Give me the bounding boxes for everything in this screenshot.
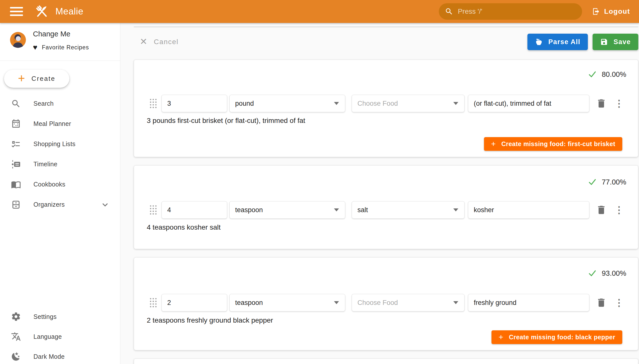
chevron-down-icon[interactable]	[100, 200, 110, 210]
quantity-field	[161, 294, 227, 312]
hamburger-menu-icon[interactable]	[10, 7, 23, 16]
create-missing-food-button[interactable]: + Create missing food: first-cut brisket	[484, 137, 622, 151]
sidebar-item-label: Language	[34, 333, 62, 340]
logout-button[interactable]: Logout	[592, 8, 630, 16]
confidence-value: 77.00%	[602, 178, 626, 186]
kebab-menu-icon[interactable]: ⋮	[614, 300, 624, 306]
sidebar-item-label: Timeline	[34, 160, 57, 168]
sidebar-item-timeline[interactable]: Timeline	[0, 154, 120, 174]
avatar	[10, 32, 26, 48]
food-input[interactable]	[352, 294, 464, 311]
sidebar-item-settings[interactable]: Settings	[0, 307, 120, 326]
ingredient-row: ⋮	[134, 201, 638, 219]
save-label: Save	[613, 38, 631, 46]
sidebar-menu: Search Meal Planner Shopping Lists Timel…	[0, 94, 120, 215]
quantity-field	[161, 201, 227, 219]
sidebar-item-dark-mode[interactable]: Dark Mode	[0, 346, 120, 364]
drag-handle-icon[interactable]	[148, 98, 158, 109]
quantity-input[interactable]	[162, 294, 227, 311]
search-icon	[11, 99, 21, 109]
unit-select	[229, 294, 345, 312]
save-button[interactable]: Save	[593, 34, 638, 50]
sidebar-item-label: Search	[34, 100, 54, 107]
parse-all-button[interactable]: Parse All	[527, 34, 588, 50]
cancel-label: Cancel	[154, 38, 178, 46]
sidebar-item-label: Organizers	[34, 201, 65, 208]
sidebar-item-organizers[interactable]: Organizers	[0, 194, 120, 215]
ingredient-card: 93.00%	[134, 257, 638, 350]
favorite-recipes-link[interactable]: ♥ Favorite Recipes	[33, 44, 89, 51]
app-bar: Mealie Press '/' Logout	[0, 0, 639, 23]
apple-icon	[535, 38, 543, 46]
note-input[interactable]	[468, 202, 589, 218]
quantity-input[interactable]	[162, 95, 227, 112]
sidebar-item-label: Meal Planner	[34, 120, 71, 128]
ingredient-row: ⋮	[134, 95, 638, 112]
sidebar-item-meal-planner[interactable]: Meal Planner	[0, 114, 120, 134]
timeline-icon	[11, 159, 21, 169]
sidebar-item-label: Shopping Lists	[34, 140, 75, 148]
delete-icon[interactable]	[596, 98, 607, 109]
original-ingredient-text: 3 pounds first-cut brisket (or flat-cut)…	[147, 117, 305, 125]
ingredient-card-partial	[134, 358, 638, 364]
dropdown-arrow-icon	[453, 102, 458, 105]
food-input[interactable]	[352, 95, 464, 112]
sidebar-item-label: Dark Mode	[34, 353, 65, 360]
sidebar-item-label: Settings	[34, 313, 57, 320]
dropdown-arrow-icon	[334, 102, 339, 105]
organizers-icon	[11, 200, 21, 210]
user-block[interactable]: Change Me ♥ Favorite Recipes	[10, 30, 89, 51]
sidebar-divider	[0, 60, 120, 61]
checklist-icon	[11, 139, 21, 149]
search-input[interactable]: Press '/'	[439, 3, 582, 20]
kebab-menu-icon[interactable]: ⋮	[614, 101, 624, 106]
create-button[interactable]: + Create	[4, 70, 69, 88]
note-input[interactable]	[468, 95, 589, 112]
unit-input[interactable]	[230, 202, 345, 218]
moon-icon	[11, 352, 21, 362]
parser-toolbar: ✕ Cancel Parse All Save	[140, 34, 638, 50]
sidebar-item-language[interactable]: Language	[0, 326, 120, 346]
food-input[interactable]	[352, 202, 464, 218]
delete-icon[interactable]	[596, 204, 607, 216]
create-missing-food-label: Create missing food: black pepper	[509, 334, 615, 341]
ingredient-list: 80.00%	[134, 60, 638, 364]
note-field	[468, 201, 589, 219]
drag-handle-icon[interactable]	[148, 204, 158, 216]
confidence-badge: 80.00%	[588, 70, 626, 79]
note-input[interactable]	[468, 294, 589, 311]
create-missing-food-label: Create missing food: first-cut brisket	[501, 140, 615, 148]
food-select	[352, 201, 465, 219]
sidebar-item-search[interactable]: Search	[0, 94, 120, 114]
ingredient-row: ⋮	[134, 294, 638, 312]
kebab-menu-icon[interactable]: ⋮	[614, 207, 624, 213]
note-field	[468, 95, 589, 112]
sidebar-item-shopping-lists[interactable]: Shopping Lists	[0, 134, 120, 154]
food-select	[352, 294, 465, 312]
gear-icon	[11, 312, 21, 322]
translate-icon	[11, 332, 21, 342]
search-icon	[445, 7, 453, 16]
confidence-value: 80.00%	[602, 70, 626, 78]
previous-card-edge	[134, 26, 638, 27]
delete-icon[interactable]	[596, 297, 607, 308]
cancel-button[interactable]: ✕ Cancel	[140, 38, 178, 46]
mealie-logo-icon	[34, 4, 50, 20]
unit-input[interactable]	[230, 95, 345, 112]
dropdown-arrow-icon	[334, 208, 339, 212]
quantity-input[interactable]	[162, 202, 227, 218]
create-missing-food-button[interactable]: + Create missing food: black pepper	[492, 330, 622, 344]
unit-input[interactable]	[230, 294, 345, 311]
check-icon	[588, 70, 597, 79]
ingredient-card: 80.00%	[134, 60, 638, 157]
plus-icon: +	[499, 333, 503, 341]
check-icon	[588, 178, 597, 186]
plus-icon: +	[491, 140, 496, 148]
sidebar-item-cookbooks[interactable]: Cookbooks	[0, 174, 120, 194]
drag-handle-icon[interactable]	[148, 297, 158, 308]
dropdown-arrow-icon	[453, 208, 458, 212]
original-ingredient-text: 2 teaspoons freshly ground black pepper	[147, 316, 273, 324]
logout-label: Logout	[604, 8, 630, 16]
parse-all-label: Parse All	[548, 38, 580, 46]
confidence-value: 93.00%	[602, 269, 626, 278]
